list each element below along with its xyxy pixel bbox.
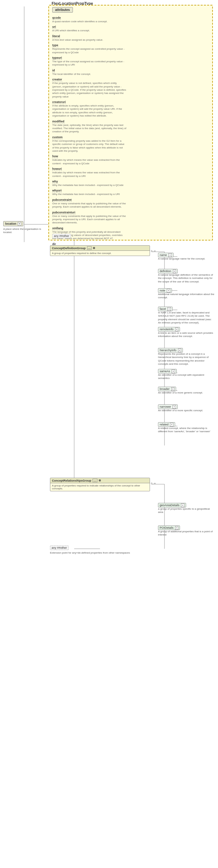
geoarea-plus-icon: + [181, 503, 184, 507]
elem-geoarea-box: geoAreaDetails + [158, 503, 186, 507]
name-desc: A natural language name for the concept. [158, 257, 214, 260]
attr-modified-desc: The date (and, optionally, the time) whe… [52, 124, 126, 134]
sameas-plus-icon: + [172, 370, 175, 373]
elem-narrower-label: narrower [159, 405, 171, 408]
attr-pubconstrainturi: pubconstrainturi One or many constraints… [52, 210, 126, 225]
attr-xmllang-name: xmllang [52, 226, 63, 230]
any-other-bottom-box: any ##other [50, 546, 69, 550]
geoarea-desc: a group of properties specific to a geop… [158, 507, 214, 514]
attr-creator-desc: If the property value is not defined, sp… [52, 82, 126, 98]
attr-uri-desc: A URI which identifies a concept. [52, 29, 126, 32]
poi-desc: A group of additional properties that is… [158, 530, 214, 537]
hierarchyinfo-plus-icon: + [178, 349, 182, 352]
diagram-container: FlexLocationPropType attributes qcode A … [0, 0, 218, 868]
attr-id-name: id [52, 69, 55, 72]
crg-header: ConceptRelationshipsGroup .... ⊞ [50, 478, 150, 483]
attr-creator-name: creator [52, 78, 62, 81]
elem-narrower-box: narrower + [158, 404, 178, 409]
attr-uri: uri A URI which identifies a concept. [52, 24, 126, 33]
attr-id: id The local identifier of the concept. [52, 68, 126, 76]
location-plus-icon: + [18, 222, 21, 226]
attr-creatoruri-desc: If the attribute is empty, specifies whi… [52, 104, 126, 118]
main-wrapper-box: attributes qcode A quasi-random code whi… [48, 5, 213, 241]
attr-typeuri: typeuri The type of the concept assigned… [52, 55, 126, 67]
any-other-bottom-desc: Extension point for any+de-defined prope… [50, 551, 134, 555]
elem-broader-label: broader [159, 388, 170, 391]
attr-xmllang: xmllang The language of this property an… [52, 226, 126, 241]
facet-desc: In NAR 1.8 and later, facet is deprecate… [158, 311, 214, 325]
attr-whyuri: whyuri Why the metadata has been include… [52, 188, 126, 196]
elem-poi-box: POIDetails + [158, 526, 180, 530]
attr-type-name: type [52, 43, 59, 47]
crg-desc: A group of properties required to indica… [50, 483, 150, 491]
cdg-desc: A group of properties required to define… [50, 251, 150, 256]
cdg-label: ConceptDefinitionGroup [52, 247, 86, 250]
attr-type: type Represents the concept assigned as … [52, 42, 126, 55]
related-desc: A related concept, where the relationshi… [158, 427, 214, 434]
attr-pubconstrainturi-desc: One or many constraints that apply to pu… [52, 215, 126, 225]
attr-why: why Why the metadata has been included -… [52, 179, 126, 187]
attr-whyuri-desc: Why the metadata has been included - exp… [52, 193, 126, 196]
cdg-header: ConceptDefinitionGroup .... ⊞ [50, 246, 150, 251]
elem-remoteinfo-label: remoteInfo [159, 328, 174, 331]
any-other-main: any ##other [52, 234, 71, 238]
poi-plus-icon: + [175, 526, 179, 530]
attr-why-desc: Why the metadata has been included - exp… [52, 184, 126, 187]
attr-creator: creator If the property value is not def… [52, 77, 126, 99]
note-plus-icon: + [167, 289, 170, 292]
attr-modified-name: modified [52, 120, 65, 123]
sameas-desc: An identifier of a concept with equivale… [158, 373, 214, 380]
any-other-main-label: any ##other [54, 234, 69, 238]
elem-note-box: note + [158, 288, 172, 293]
elem-note-label: note [159, 289, 166, 292]
location-label: location [5, 222, 16, 225]
elem-definition-box: definition + [158, 269, 178, 273]
crg-label: ConceptRelationshipsGroup [52, 479, 91, 482]
cdg-dots: .... [87, 246, 92, 250]
attr-whyuri-name: whyuri [52, 189, 62, 192]
remoteinfo-plus-icon: + [175, 328, 179, 331]
attr-pubconstraint-name: pubconstraint [52, 198, 72, 202]
attr-custom-desc: If the corresponding property was added … [52, 140, 126, 153]
definition-desc: A natural language definition of the sem… [158, 273, 214, 283]
attributes-label: attributes [55, 8, 70, 11]
name-plus-icon: + [168, 253, 172, 257]
definition-plus-icon: + [173, 270, 176, 273]
concept-definition-group-box: ConceptDefinitionGroup .... ⊞ A group of… [50, 245, 150, 256]
remoteinfo-desc: A link to an item or a web source which … [158, 332, 214, 338]
attr-how-desc: Indicates by which means the value was e… [52, 158, 126, 165]
attr-type-desc: Represents the concept assigned as contr… [52, 48, 126, 54]
elem-sameas-label: sameAs [159, 370, 170, 373]
crg-range: 0..∞ [151, 482, 156, 485]
location-box: location + [3, 221, 23, 226]
attr-qcode: qcode A quasi-random code which identifi… [52, 15, 126, 24]
attr-qcode-name: qcode [52, 16, 61, 20]
elem-sameas-box: sameAs + [158, 369, 177, 373]
any-other-bottom-label: any ##other [51, 546, 67, 549]
elem-facet-box: facet + [158, 307, 173, 311]
attr-typeuri-desc: The type of the concept assigned as cont… [52, 60, 126, 67]
attr-typeuri-name: typeuri [52, 56, 62, 60]
narrower-plus-icon: + [173, 405, 176, 409]
attr-uri-name: uri [52, 25, 56, 29]
attr-modified: modified The date (and, optionally, the … [52, 119, 126, 134]
elem-remoteinfo-box: remoteInfo + [158, 327, 180, 332]
narrower-desc: An identifier of a more specific concept… [158, 409, 214, 412]
location-desc: A place where the organisation is locate… [3, 227, 45, 234]
crg-dots: .... [93, 479, 97, 482]
attr-pubconstrainturi-name: pubconstrainturi [52, 211, 75, 214]
attributes-list: qcode A quasi-random code which identifi… [52, 13, 126, 250]
attr-creatoruri-name: creatoruri [52, 100, 66, 104]
attr-literal-desc: A free-text value assigned as property v… [52, 38, 126, 42]
attr-why-name: why [52, 180, 58, 183]
attr-literal: literal A free-text value assigned as pr… [52, 34, 126, 42]
attr-qcode-desc: A quasi-random code which identifies a c… [52, 20, 126, 23]
elem-related-label: related [159, 423, 169, 426]
hierarchyinfo-desc: Represents the position of a concept in … [158, 352, 214, 366]
elem-related-box: related + [158, 422, 175, 427]
broader-desc: An identifier of a more generic concept. [158, 391, 214, 395]
elem-facet-label: facet [159, 307, 166, 311]
attr-pubconstraint-desc: One or many constraints that apply to pu… [52, 202, 126, 209]
note-desc: Additional natural language information … [158, 293, 214, 300]
attr-howuri-desc: Indicates by which means the value was e… [52, 171, 126, 178]
